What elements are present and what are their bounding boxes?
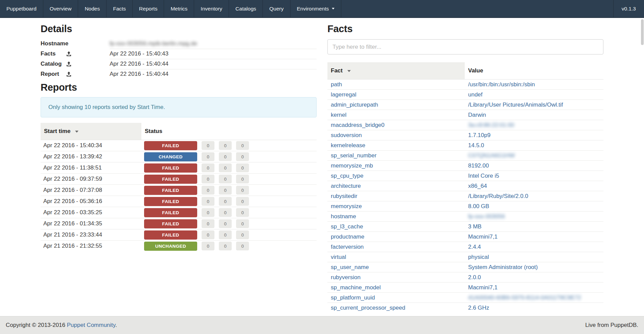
upload-icon[interactable] bbox=[66, 51, 71, 57]
fact-name-link[interactable]: sp_current_processor_speed bbox=[331, 305, 405, 311]
fact-name-link[interactable]: admin_picturepath bbox=[331, 102, 378, 108]
reports-column-status[interactable]: Status bbox=[141, 123, 317, 140]
facts-column-fact[interactable]: Fact bbox=[327, 62, 465, 80]
report-start-time[interactable]: Apr 22 2016 - 09:37:59 bbox=[41, 174, 141, 185]
reports-title: Reports bbox=[41, 82, 317, 93]
navbar-brand[interactable]: Puppetboard bbox=[0, 0, 43, 17]
fact-value: 2.4.4 bbox=[468, 244, 481, 250]
upload-icon[interactable] bbox=[66, 71, 71, 77]
reports-column-start-time[interactable]: Start time bbox=[41, 123, 141, 140]
metric-counter: 0 bbox=[219, 175, 232, 183]
report-row: Apr 22 2016 - 13:39:42CHANGED000 bbox=[41, 151, 317, 162]
metric-counter: 0 bbox=[202, 242, 214, 250]
details-row: Hostnamefp-osx-003056.mpib-berlin.mpg.de bbox=[41, 39, 317, 49]
fact-row: sp_machine_modelMacmini7,1 bbox=[327, 283, 603, 293]
report-start-time[interactable]: Apr 22 2016 - 11:38:51 bbox=[41, 162, 141, 174]
status-badge[interactable]: UNCHANGED bbox=[144, 242, 197, 251]
status-badge[interactable]: FAILED bbox=[144, 163, 197, 173]
fact-name-link[interactable]: sp_machine_model bbox=[331, 284, 381, 291]
fact-name-link[interactable]: sp_platform_uuid bbox=[331, 294, 375, 301]
report-start-time[interactable]: Apr 22 2016 - 15:40:34 bbox=[41, 140, 141, 151]
details-row: FactsApr 22 2016 - 15:40:43 bbox=[41, 49, 317, 59]
fact-name-link[interactable]: rubysitedir bbox=[331, 193, 357, 199]
metric-counter: 0 bbox=[219, 141, 232, 150]
report-start-time[interactable]: Apr 22 2016 - 05:36:16 bbox=[41, 196, 141, 207]
status-badge[interactable]: FAILED bbox=[144, 186, 197, 195]
fact-name-link[interactable]: macaddress_bridge0 bbox=[331, 122, 385, 128]
report-start-time[interactable]: Apr 22 2016 - 07:37:08 bbox=[41, 185, 141, 196]
fact-name-link[interactable]: sp_l3_cache bbox=[331, 223, 363, 230]
status-badge[interactable]: FAILED bbox=[144, 230, 197, 240]
report-start-time[interactable]: Apr 22 2016 - 13:39:42 bbox=[41, 151, 141, 162]
details-value: Apr 22 2016 - 15:40:44 bbox=[110, 69, 317, 79]
nav-item-reports[interactable]: Reports bbox=[133, 0, 164, 17]
report-start-time[interactable]: Apr 22 2016 - 01:34:35 bbox=[41, 218, 141, 229]
nav-item-facts[interactable]: Facts bbox=[107, 0, 133, 17]
fact-name-link[interactable]: kernel bbox=[331, 112, 346, 118]
fact-name-link[interactable]: sp_cpu_type bbox=[331, 173, 363, 179]
fact-value: 8192.00 bbox=[468, 162, 489, 169]
report-row: Apr 22 2016 - 15:40:34FAILED000 bbox=[41, 140, 317, 151]
fact-value: Macmini7,1 bbox=[468, 284, 498, 291]
fact-name-link[interactable]: kernelrelease bbox=[331, 142, 365, 149]
facts-filter-input[interactable] bbox=[327, 39, 603, 54]
fact-row: memorysize_mb8192.00 bbox=[327, 161, 603, 171]
fact-row: kernelDarwin bbox=[327, 110, 603, 120]
fact-name-link[interactable]: sp_serial_number bbox=[331, 152, 376, 159]
fact-row: memorysize8.00 GB bbox=[327, 201, 603, 211]
fact-name-link[interactable]: facterversion bbox=[331, 244, 364, 250]
fact-name-link[interactable]: rubyversion bbox=[331, 274, 361, 281]
metric-counter: 0 bbox=[219, 163, 232, 172]
status-badge[interactable]: CHANGED bbox=[144, 152, 197, 161]
metric-counter: 0 bbox=[236, 175, 249, 183]
navbar-links: OverviewNodesFactsReportsMetricsInventor… bbox=[43, 0, 291, 17]
fact-value: Macmini7,1 bbox=[468, 233, 498, 240]
status-badge[interactable]: FAILED bbox=[144, 141, 197, 150]
fact-name-link[interactable]: memorysize bbox=[331, 203, 362, 209]
fact-name-link[interactable]: memorysize_mb bbox=[331, 162, 373, 169]
fact-row: productnameMacmini7,1 bbox=[327, 232, 603, 242]
scrollbar[interactable] bbox=[641, 19, 644, 316]
report-start-time[interactable]: Apr 21 2016 - 21:32:55 bbox=[41, 241, 141, 252]
nav-item-environments[interactable]: Environments bbox=[291, 0, 342, 17]
fact-name-link[interactable]: virtual bbox=[331, 254, 346, 260]
report-start-time[interactable]: Apr 22 2016 - 03:35:25 bbox=[41, 207, 141, 218]
details-value: Apr 22 2016 - 15:40:44 bbox=[110, 59, 317, 69]
nav-item-query[interactable]: Query bbox=[263, 0, 290, 17]
fact-name-link[interactable]: path bbox=[331, 81, 342, 88]
facts-column-value[interactable]: Value bbox=[465, 62, 603, 80]
status-badge[interactable]: FAILED bbox=[144, 208, 197, 217]
status-badge[interactable]: FAILED bbox=[144, 197, 197, 206]
fact-name-link[interactable]: hostname bbox=[331, 213, 356, 220]
fact-value: fp-osx-003056 bbox=[468, 213, 505, 220]
nav-item-catalogs[interactable]: Catalogs bbox=[229, 0, 263, 17]
fact-row: sp_serial_numberC07QN1A6G1HW bbox=[327, 151, 603, 161]
navbar: Puppetboard OverviewNodesFactsReportsMet… bbox=[0, 0, 644, 18]
fact-name-link[interactable]: sudoversion bbox=[331, 132, 362, 138]
fact-name-link[interactable]: sp_user_name bbox=[331, 264, 369, 270]
report-status-cell: FAILED000 bbox=[141, 218, 317, 229]
nav-item-metrics[interactable]: Metrics bbox=[164, 0, 194, 17]
fact-name-link[interactable]: architecture bbox=[331, 183, 361, 189]
sort-desc-icon bbox=[75, 131, 78, 133]
puppet-community-link[interactable]: Puppet Community bbox=[67, 322, 115, 328]
fact-row: lagerregalundef bbox=[327, 90, 603, 100]
upload-icon[interactable] bbox=[66, 61, 71, 67]
details-table: Hostnamefp-osx-003056.mpib-berlin.mpg.de… bbox=[41, 39, 317, 79]
nav-item-inventory[interactable]: Inventory bbox=[194, 0, 229, 17]
report-start-time[interactable]: Apr 21 2016 - 23:33:44 bbox=[41, 229, 141, 241]
metric-counter: 0 bbox=[236, 186, 249, 195]
status-badge[interactable]: FAILED bbox=[144, 175, 197, 184]
report-status-cell: FAILED000 bbox=[141, 229, 317, 241]
facts-table: Fact Value path/usr/bin:/bin:/usr/sbin:/… bbox=[327, 62, 603, 313]
metric-counter: 0 bbox=[236, 163, 249, 172]
nav-item-nodes[interactable]: Nodes bbox=[78, 0, 107, 17]
report-row: Apr 21 2016 - 23:33:44FAILED000 bbox=[41, 229, 317, 241]
fact-name-link[interactable]: lagerregal bbox=[331, 91, 356, 98]
status-badge[interactable]: FAILED bbox=[144, 219, 197, 228]
metric-counter: 0 bbox=[219, 208, 232, 217]
fact-name-link[interactable]: productname bbox=[331, 233, 364, 240]
report-row: Apr 22 2016 - 03:35:25FAILED000 bbox=[41, 207, 317, 218]
nav-item-overview[interactable]: Overview bbox=[43, 0, 78, 17]
scrollbar-thumb[interactable] bbox=[641, 19, 644, 45]
